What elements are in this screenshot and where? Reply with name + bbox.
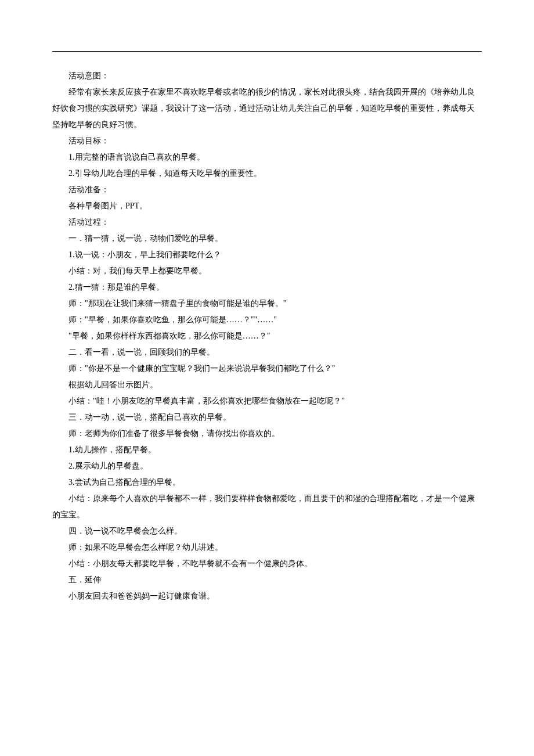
paragraph-line: 小朋友回去和爸爸妈妈一起订健康食谱。 xyxy=(52,588,482,604)
paragraph-line: 活动准备： xyxy=(52,182,482,198)
paragraph-line: 小结：对，我们每天早上都要吃早餐。 xyxy=(52,263,482,279)
paragraph-line: 2.猜一猜：那是谁的早餐。 xyxy=(52,279,482,296)
paragraph-line: 师："你是不是一个健康的宝宝呢？我们一起来说说早餐我们都吃了什么？" xyxy=(52,361,482,377)
paragraph-line: 2.引导幼儿吃合理的早餐，知道每天吃早餐的重要性。 xyxy=(52,165,482,182)
paragraph-line: 活动意图： xyxy=(52,68,482,84)
paragraph-line: 五．延伸 xyxy=(52,572,482,588)
paragraph-line: 一．猜一猜，说一说，动物们爱吃的早餐。 xyxy=(52,231,482,247)
paragraph-line: 四．说一说不吃早餐会怎么样。 xyxy=(52,523,482,539)
paragraph-line: 师：老师为你们准备了很多早餐食物，请你找出你喜欢的。 xyxy=(52,426,482,442)
paragraph-line: "早餐，如果你样样东西都喜欢吃，那么你可能是……？" xyxy=(52,328,482,344)
paragraph-line: 经常有家长来反应孩子在家里不喜欢吃早餐或者吃的很少的情况，家长对此很头疼，结合我… xyxy=(52,84,482,133)
paragraph-line: 活动目标： xyxy=(52,133,482,149)
document-content: 活动意图：经常有家长来反应孩子在家里不喜欢吃早餐或者吃的很少的情况，家长对此很头… xyxy=(52,68,482,604)
paragraph-line: 3.尝试为自己搭配合理的早餐。 xyxy=(52,474,482,491)
paragraph-line: 师："那现在让我们来猜一猜盘子里的食物可能是谁的早餐。" xyxy=(52,296,482,312)
paragraph-line: 1.说一说：小朋友，早上我们都要吃什么？ xyxy=(52,247,482,263)
paragraph-line: 小结：原来每个人喜欢的早餐都不一样，我们要样样食物都爱吃，而且要干的和湿的合理搭… xyxy=(52,491,482,523)
paragraph-line: 小结：小朋友每天都要吃早餐，不吃早餐就不会有一个健康的身体。 xyxy=(52,556,482,572)
paragraph-line: 各种早餐图片，PPT。 xyxy=(52,198,482,214)
paragraph-line: 根据幼儿回答出示图片。 xyxy=(52,377,482,393)
horizontal-divider xyxy=(52,51,482,52)
paragraph-line: 2.展示幼儿的早餐盘。 xyxy=(52,458,482,474)
paragraph-line: 1.用完整的语言说说自己喜欢的早餐。 xyxy=(52,149,482,165)
paragraph-line: 师：如果不吃早餐会怎么样呢？幼儿讲述。 xyxy=(52,539,482,556)
paragraph-line: 1.幼儿操作，搭配早餐。 xyxy=(52,442,482,458)
paragraph-line: 二．看一看，说一说，回顾我们的早餐。 xyxy=(52,344,482,361)
paragraph-line: 师："早餐，如果你喜欢吃鱼，那么你可能是……？""……" xyxy=(52,312,482,328)
paragraph-line: 小结："哇！小朋友吃的'早餐真丰富，那么你喜欢把哪些食物放在一起吃呢？" xyxy=(52,393,482,409)
paragraph-line: 活动过程： xyxy=(52,214,482,231)
paragraph-line: 三．动一动，说一说，搭配自己喜欢的早餐。 xyxy=(52,409,482,426)
